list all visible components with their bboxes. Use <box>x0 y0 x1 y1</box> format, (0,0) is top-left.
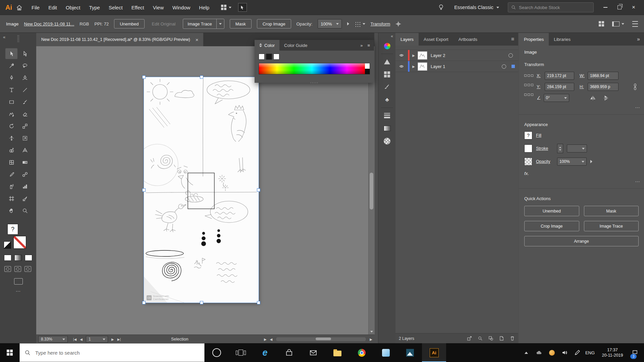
line-segment-tool[interactable] <box>19 84 31 95</box>
arrange-documents-icon[interactable] <box>221 5 231 10</box>
eyedropper-tool[interactable] <box>5 169 17 180</box>
hidden-icons-chevron[interactable] <box>521 343 532 362</box>
artboard[interactable]: CS Scanned with CamScanner <box>144 77 259 303</box>
document-name-link[interactable]: New Doc 2019-11-08 11... <box>24 21 74 26</box>
cursor-box-icon[interactable] <box>238 3 247 12</box>
language-indicator[interactable]: ENG <box>584 343 596 362</box>
scroll-right-icon[interactable]: ▶ <box>370 338 372 341</box>
appearance-more-options[interactable]: … <box>524 177 640 183</box>
default-fill-stroke-icon[interactable] <box>4 241 11 249</box>
menu-select[interactable]: Select <box>104 5 127 10</box>
next-artboard-button[interactable]: ▶ <box>111 338 114 341</box>
selection-handle[interactable] <box>257 188 260 192</box>
panel-dock-arrows[interactable]: » <box>360 43 363 48</box>
stroke-weight-select[interactable] <box>567 144 587 153</box>
stroke-icon[interactable] <box>378 109 396 122</box>
image-trace-button[interactable]: Image Trace <box>183 19 224 29</box>
toolbar-collapse-arrows[interactable]: « <box>3 35 5 40</box>
layer-row[interactable]: ▶ Layer 1 <box>395 61 518 72</box>
transparency-icon[interactable] <box>378 135 396 147</box>
gradient-icon[interactable] <box>378 122 396 135</box>
draw-normal-icon[interactable] <box>4 266 11 272</box>
tab-layers[interactable]: Layers <box>395 33 419 46</box>
draw-behind-icon[interactable] <box>14 266 21 272</box>
eraser-tool[interactable] <box>19 109 31 119</box>
layer-row[interactable]: ▶ Layer 2 <box>395 50 518 61</box>
transform-widget-icon[interactable] <box>395 21 401 27</box>
chrome-icon[interactable] <box>350 343 374 362</box>
blend-tool[interactable] <box>19 169 31 180</box>
tab-asset-export[interactable]: Asset Export <box>419 33 453 46</box>
opacity-panel-arrow[interactable] <box>347 22 349 25</box>
qa-unembed-button[interactable]: Unembed <box>524 206 579 216</box>
lasso-tool[interactable] <box>19 60 31 71</box>
horizontal-scroll-thumb[interactable] <box>316 338 331 340</box>
symbol-sprayer-tool[interactable] <box>5 181 17 192</box>
swatches-icon[interactable] <box>378 68 396 81</box>
stroke-none-proxy[interactable] <box>13 236 26 249</box>
visibility-eye-icon[interactable] <box>395 50 408 61</box>
brushes-icon[interactable] <box>378 81 396 94</box>
spectrum-bw-swatches[interactable] <box>365 63 370 74</box>
selected-art-indicator[interactable] <box>512 65 515 68</box>
stroke-weight-stepper[interactable] <box>557 144 563 153</box>
swatch-black[interactable] <box>266 54 272 60</box>
opacity-panel-arrow[interactable] <box>590 160 592 163</box>
layer-thumbnail[interactable] <box>418 51 427 60</box>
onedrive-icon[interactable] <box>533 343 545 362</box>
action-center-icon[interactable]: 3 <box>629 343 641 362</box>
zoom-tool[interactable] <box>19 205 31 216</box>
vertical-scroll-thumb[interactable] <box>370 173 373 209</box>
panel-resize-grip[interactable] <box>310 82 319 83</box>
shape-builder-tool[interactable] <box>5 145 17 156</box>
canvas[interactable]: CS Scanned with CamScanner <box>36 46 368 335</box>
selection-handle[interactable] <box>142 301 146 304</box>
x-label[interactable]: X: <box>537 73 543 78</box>
qa-arrange-button[interactable]: Arrange <box>524 236 639 246</box>
qa-crop-image-button[interactable]: Crop Image <box>524 221 579 231</box>
w-input[interactable]: 1868.94 pt <box>588 72 619 80</box>
edit-toolbar-ellipsis[interactable]: … <box>0 287 36 293</box>
mask-button[interactable]: Mask <box>230 19 252 28</box>
tab-libraries[interactable]: Libraries <box>549 33 576 46</box>
windows-search-input[interactable] <box>35 350 200 356</box>
gradient-button[interactable] <box>14 255 22 261</box>
volume-icon[interactable] <box>559 343 570 362</box>
flip-vertical-icon[interactable] <box>603 95 609 101</box>
selection-handle[interactable] <box>200 301 203 304</box>
qa-mask-button[interactable]: Mask <box>584 206 639 216</box>
opacity-select[interactable]: 100% <box>557 158 587 166</box>
microsoft-store-icon[interactable] <box>277 343 301 362</box>
selection-handle[interactable] <box>200 75 203 79</box>
file-explorer-icon[interactable] <box>325 343 350 362</box>
tab-artboards[interactable]: Artboards <box>453 33 482 46</box>
start-button[interactable] <box>0 343 19 362</box>
menu-view[interactable]: View <box>149 5 168 10</box>
illustrator-taskbar-icon[interactable]: Ai <box>422 343 446 362</box>
windows-search-box[interactable] <box>19 343 205 362</box>
paint3d-icon[interactable] <box>374 343 398 362</box>
x-input[interactable]: 219.172 pt <box>545 72 574 80</box>
magic-wand-tool[interactable] <box>5 60 17 71</box>
selection-handle[interactable] <box>257 301 260 304</box>
collect-for-export-icon[interactable] <box>467 336 472 341</box>
document-tab[interactable]: New Doc 2019-11-08 11.10.42_1 [Recovered… <box>36 33 203 46</box>
menu-edit[interactable]: Edit <box>44 5 61 10</box>
panels-icon[interactable] <box>612 21 624 26</box>
flip-horizontal-icon[interactable] <box>590 95 596 101</box>
fill-unknown-proxy[interactable]: ? <box>7 224 18 235</box>
hand-tool[interactable] <box>5 205 17 216</box>
status-bar-expand-icon[interactable]: ▶ <box>264 338 267 341</box>
opacity-input[interactable]: 100% <box>318 19 341 28</box>
swatch-none[interactable] <box>259 54 265 60</box>
y-input[interactable]: 284.159 pt <box>545 83 574 91</box>
cortana-icon[interactable] <box>205 343 229 362</box>
type-tool[interactable] <box>5 84 17 95</box>
visibility-eye-icon[interactable] <box>395 61 408 72</box>
first-artboard-button[interactable]: |◀ <box>73 338 76 341</box>
horizontal-scrollbar[interactable] <box>276 337 366 342</box>
paintbrush-tool[interactable] <box>19 97 31 107</box>
slice-tool[interactable] <box>19 193 31 204</box>
color-button[interactable] <box>4 255 11 261</box>
artboard-number-select[interactable]: 1 <box>86 336 108 343</box>
